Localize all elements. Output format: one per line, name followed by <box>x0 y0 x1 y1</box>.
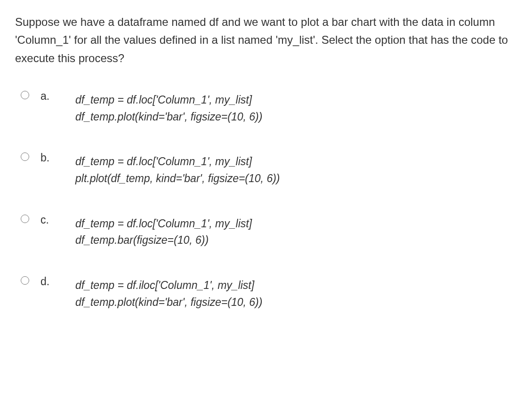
option-content-d: df_temp = df.iloc['Column_1', my_list] d… <box>66 275 517 311</box>
radio-d[interactable] <box>21 276 29 285</box>
radio-a[interactable] <box>21 91 29 99</box>
radio-wrap-c <box>21 214 29 225</box>
code-line-c2: df_temp.bar(figsize=(10, 6)) <box>75 232 517 249</box>
option-label-d: d. <box>40 275 55 288</box>
code-line-d1: df_temp = df.iloc['Column_1', my_list] <box>75 277 517 294</box>
option-label-b: b. <box>40 152 55 164</box>
code-line-a1: df_temp = df.loc['Column_1', my_list] <box>75 92 517 109</box>
option-content-c: df_temp = df.loc['Column_1', my_list] df… <box>66 214 517 249</box>
option-label-c: c. <box>40 214 55 226</box>
code-line-d2: df_temp.plot(kind='bar', figsize=(10, 6)… <box>75 294 517 311</box>
option-content-a: df_temp = df.loc['Column_1', my_list] df… <box>66 90 517 125</box>
radio-wrap-a <box>21 90 29 101</box>
options-container: a. df_temp = df.loc['Column_1', my_list]… <box>15 90 517 311</box>
radio-wrap-d <box>21 275 29 287</box>
option-b: b. df_temp = df.loc['Column_1', my_list]… <box>21 152 517 187</box>
code-line-b1: df_temp = df.loc['Column_1', my_list] <box>75 153 517 170</box>
code-line-a2: df_temp.plot(kind='bar', figsize=(10, 6)… <box>75 109 517 126</box>
option-a: a. df_temp = df.loc['Column_1', my_list]… <box>21 90 517 125</box>
code-line-b2: plt.plot(df_temp, kind='bar', figsize=(1… <box>75 170 517 187</box>
option-content-b: df_temp = df.loc['Column_1', my_list] pl… <box>66 152 517 187</box>
option-c: c. df_temp = df.loc['Column_1', my_list]… <box>21 214 517 249</box>
question-text: Suppose we have a dataframe named df and… <box>15 13 517 67</box>
option-label-a: a. <box>40 90 55 103</box>
option-d: d. df_temp = df.iloc['Column_1', my_list… <box>21 275 517 311</box>
radio-c[interactable] <box>21 215 29 223</box>
radio-b[interactable] <box>21 152 29 161</box>
radio-wrap-b <box>21 152 29 163</box>
code-line-c1: df_temp = df.loc['Column_1', my_list] <box>75 216 517 232</box>
